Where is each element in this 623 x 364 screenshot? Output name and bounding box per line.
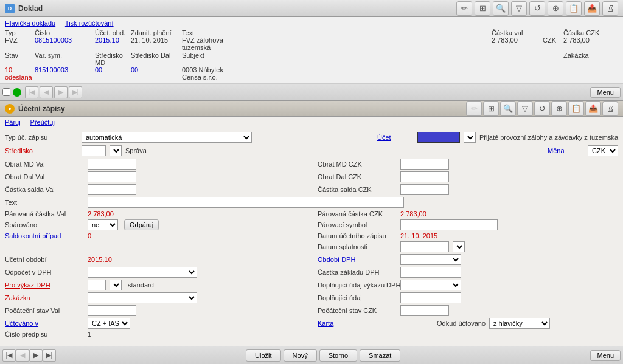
mena-select[interactable]: CZK (588, 145, 618, 156)
bottom-toolbar: |◀ ◀ ▶ ▶| Uložit Nový Storno Smazat Menu (0, 346, 623, 364)
stredisko-dal-label: Středisko Dal (131, 52, 179, 66)
section-toolbar-copy[interactable]: 📋 (568, 101, 584, 116)
uctovano-select[interactable]: CZ + IAS (88, 318, 130, 329)
subjekt-label: Subjekt (182, 52, 231, 66)
obrat-md-czk-input[interactable]: 0,00 (400, 159, 449, 170)
section-toolbar-print[interactable]: 🖨 (602, 101, 618, 116)
pro-vykaz-dph-link[interactable]: Pro výkaz DPH (5, 281, 84, 289)
uctovano-link[interactable]: Účtováno v (5, 320, 84, 327)
parovaci-symbol-label: Párovací symbol (318, 221, 397, 228)
nav-prev[interactable]: ◀ (40, 86, 53, 98)
toolbar-add[interactable]: ⊕ (548, 1, 563, 16)
section-icon: ● (5, 104, 15, 114)
odpocet-dph-select[interactable]: - (88, 267, 197, 278)
section-toolbar-refresh[interactable]: ↺ (534, 101, 550, 116)
obrat-md-val-input[interactable]: 0,00 (88, 159, 136, 170)
text-input[interactable]: FVZ zálohová tuzemská (88, 197, 404, 208)
row-castka-salda-czk: Částka salda CZK 2 783,00 (318, 184, 618, 195)
sparovano-select[interactable]: ne (88, 219, 118, 230)
section-title: Účetní zápisy (18, 105, 65, 113)
zakazka-form-link[interactable]: Zakázka (5, 294, 84, 301)
top-menu-button[interactable]: Menu (590, 87, 621, 98)
castka-salda-val-input[interactable]: 2 783,00 (88, 184, 136, 195)
section-toolbar-filter[interactable]: ▽ (517, 101, 533, 116)
typ-uc-zapisu-select[interactable]: automatická (82, 132, 252, 143)
obdobi-dph-link[interactable]: Období DPH (318, 256, 397, 263)
nav-next[interactable]: ▶ (54, 86, 68, 98)
toolbar-edit[interactable]: ✏ (456, 1, 472, 16)
ucet-dropdown[interactable] (464, 132, 476, 143)
nav-first[interactable]: |◀ (25, 86, 38, 98)
karta-link[interactable]: Karta (318, 320, 397, 327)
row-saldo: Saldokontní případ 0 (5, 232, 305, 239)
pro-vykaz-select[interactable] (110, 280, 122, 290)
obrat-dal-czk-input[interactable]: 0,00 (400, 171, 449, 182)
stredisko-link[interactable]: Středisko (5, 147, 78, 154)
datum-splatnosti-select[interactable] (453, 241, 465, 252)
row-pro-vykaz: Pro výkaz DPH 0 standard (5, 280, 305, 290)
storno-button[interactable]: Storno (319, 349, 357, 362)
smazat-button[interactable]: Smazat (360, 349, 400, 362)
row-typ-ucet: Typ úč. zápisu automatická Účet 324001 P… (5, 132, 618, 143)
ucet-link[interactable]: Účet (377, 134, 414, 141)
pro-vykaz-input[interactable]: 0 (88, 280, 106, 290)
paruj-link[interactable]: Páruj (5, 118, 21, 126)
castka-salda-czk-input[interactable]: 2 783,00 (400, 184, 449, 195)
section-toolbar-export[interactable]: 📤 (585, 101, 601, 116)
zakazka-select[interactable] (88, 292, 197, 303)
castka-zakladu-input[interactable] (400, 267, 461, 278)
stredisko-input[interactable]: 00 (82, 145, 106, 156)
castka-czk-label: Částka CZK (563, 29, 618, 36)
zakazka-label: Zakázka (563, 52, 618, 66)
row-cislo-predpisu: Číslo předpisu 1 (5, 331, 618, 338)
odparuj-button[interactable]: Odpáruj (124, 219, 159, 230)
row-pocatecni-stav: Počáteční stav Val 0,00 Počáteční stav C… (5, 305, 618, 316)
odkud-uctovano-select[interactable]: z hlavičky (489, 318, 550, 329)
section-toolbar-add[interactable]: ⊕ (551, 101, 567, 116)
ucet-obd-label: Účet. obd. (95, 29, 128, 36)
doplnujici-dph-select[interactable] (400, 280, 461, 290)
toolbar-filter[interactable]: ▽ (511, 1, 527, 16)
novy-button[interactable]: Nový (284, 349, 317, 362)
toolbar-export[interactable]: 📤 (584, 1, 600, 16)
toolbar-grid[interactable]: ⊞ (475, 1, 490, 16)
ulozit-button[interactable]: Uložit (246, 349, 281, 362)
stredisko-dal-value: 00 (131, 66, 179, 81)
doplnujici-udaj-input[interactable] (400, 292, 461, 303)
saldokontni-link[interactable]: Saldokontní případ (5, 232, 84, 239)
hlavicka-dokladu-link[interactable]: Hlavička dokladu (5, 19, 55, 27)
cislo-predpisu-value: 1 (88, 331, 91, 338)
poc-stav-czk-input[interactable]: 0,00 (400, 305, 449, 316)
section-toolbar-search[interactable]: 🔍 (500, 101, 516, 116)
bottom-nav-prev[interactable]: ◀ (16, 349, 29, 362)
toolbar-refresh[interactable]: ↺ (529, 1, 545, 16)
row-ucetni-obdobi: Účetní období 2015.10 (5, 254, 305, 265)
bottom-menu-button[interactable]: Menu (590, 350, 621, 361)
doplnujici-dph-label: Doplňující údaj výkazu DPH (318, 281, 397, 289)
parovaci-symbol-input[interactable]: 815100003 (400, 219, 498, 230)
ucet-input[interactable]: 324001 (417, 132, 460, 143)
obrat-md-czk-label: Obrat MD CZK (318, 160, 397, 168)
bottom-nav-last[interactable]: ▶| (43, 349, 56, 362)
section-toolbar-edit[interactable]: ✏ (466, 101, 482, 116)
obdobi-dph-select[interactable] (400, 254, 461, 265)
nav-last[interactable]: ▶| (69, 86, 82, 98)
toolbar-search[interactable]: 🔍 (493, 1, 509, 16)
obrat-dal-val-input[interactable]: 0,00 (88, 171, 136, 182)
bottom-nav-next[interactable]: ▶ (29, 349, 43, 362)
datum-splatnosti-input[interactable]: 4. 11. 2015 (400, 241, 449, 252)
toolbar-print[interactable]: 🖨 (602, 1, 618, 16)
stredisko-select[interactable] (110, 145, 122, 156)
section-toolbar-grid[interactable]: ⊞ (483, 101, 499, 116)
tisk-rozu-link[interactable]: Tisk rozúčtování (65, 19, 114, 27)
toolbar-copy[interactable]: 📋 (566, 1, 582, 16)
mena-link[interactable]: Měna (548, 147, 584, 154)
select-checkbox[interactable] (2, 88, 10, 96)
stav-label: Stav (5, 52, 32, 66)
row-zakazka: Zakázka (5, 292, 305, 303)
poc-stav-val-input[interactable]: 0,00 (88, 305, 136, 316)
preuchtuj-link[interactable]: Přeúčtuj (30, 118, 55, 126)
row-datum-uc: Datum účetního zápisu 21. 10. 2015 (318, 232, 618, 239)
castka-val-value: 2 783,00 (492, 36, 540, 51)
bottom-nav-first[interactable]: |◀ (2, 349, 16, 362)
